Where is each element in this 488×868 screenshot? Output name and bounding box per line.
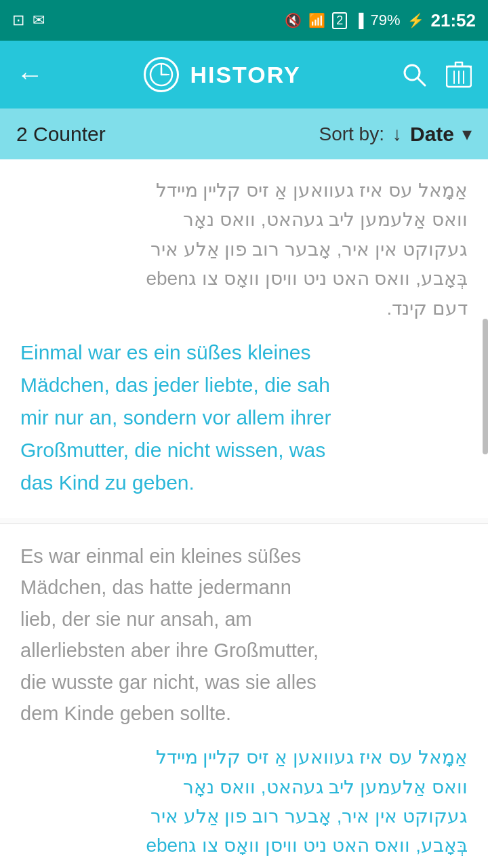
content-area: אַמָאל עס איז געוואען אַ זיס קליין מיידל… bbox=[0, 159, 488, 868]
card-1-hebrew-text: אַמָאל עס איז געוואען אַ זיס קליין מיידל… bbox=[20, 176, 468, 323]
status-bar-right: 🔇 📶 2 ▐ 79% ⚡ 21:52 bbox=[285, 10, 476, 31]
app-bar-icons bbox=[401, 60, 472, 90]
mute-icon: 🔇 bbox=[285, 12, 302, 28]
scrollbar[interactable] bbox=[483, 319, 488, 454]
mail-icon: ✉ bbox=[33, 12, 45, 29]
card-2: Es war einmal ein kleines süßes Mädchen,… bbox=[0, 524, 488, 868]
clock-svg bbox=[149, 62, 174, 87]
app-bar-title: HISTORY bbox=[144, 57, 300, 92]
dropdown-icon[interactable]: ▾ bbox=[462, 123, 472, 145]
sort-by-label: Sort by: bbox=[319, 123, 384, 145]
svg-line-4 bbox=[418, 78, 425, 85]
card-2-hebrew-text: אַמָאל עס איז געוואען אַ זיס קליין מיידל… bbox=[20, 743, 468, 868]
delete-button[interactable] bbox=[446, 60, 472, 90]
card-1: אַמָאל עס איז געוואען אַ זיס קליין מיידל… bbox=[0, 159, 488, 518]
search-icon bbox=[401, 62, 427, 87]
back-icon: ← bbox=[16, 60, 43, 90]
status-time: 21:52 bbox=[431, 10, 476, 31]
search-button[interactable] bbox=[401, 62, 427, 87]
back-button[interactable]: ← bbox=[16, 60, 43, 90]
battery-icon: ⚡ bbox=[407, 12, 424, 28]
sort-value: Date bbox=[410, 123, 454, 146]
sim2-icon: 2 bbox=[332, 12, 347, 29]
status-bar: ⊡ ✉ 🔇 📶 2 ▐ 79% ⚡ 21:52 bbox=[0, 0, 488, 41]
wifi-icon: 📶 bbox=[308, 12, 325, 28]
card-1-german-text: Einmal war es ein süßes kleines Mädchen,… bbox=[20, 336, 468, 499]
signal-icon: ▐ bbox=[354, 13, 363, 28]
card-2-german-text: Es war einmal ein kleines süßes Mädchen,… bbox=[20, 540, 468, 729]
sort-bar: 2 Counter Sort by: ↓ Date ▾ bbox=[0, 108, 488, 159]
history-clock-icon bbox=[144, 57, 179, 92]
counter-label: 2 Counter bbox=[16, 123, 106, 146]
battery-text: 79% bbox=[370, 12, 400, 29]
svg-point-0 bbox=[150, 64, 172, 85]
image-icon: ⊡ bbox=[12, 12, 24, 29]
sort-controls[interactable]: Sort by: ↓ Date ▾ bbox=[319, 123, 472, 146]
trash-icon bbox=[446, 60, 472, 90]
status-bar-left: ⊡ ✉ bbox=[12, 12, 45, 29]
app-bar: ← HISTORY bbox=[0, 41, 488, 108]
app-bar-title-text: HISTORY bbox=[190, 62, 300, 88]
sort-direction-icon: ↓ bbox=[392, 123, 402, 145]
